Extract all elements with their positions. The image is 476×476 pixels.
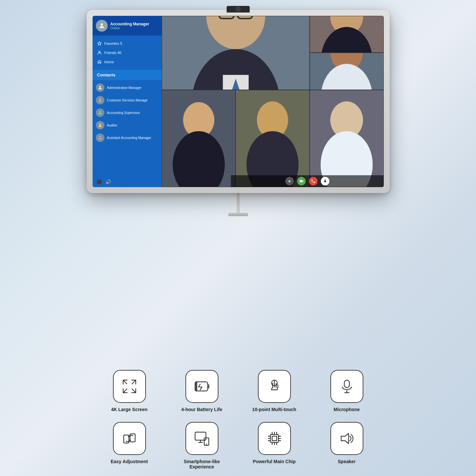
video-cell-bl: [162, 90, 236, 187]
feature-icon-box-chip: [258, 422, 291, 455]
profile-status: Online: [110, 26, 150, 30]
feature-icon-box-smartphone: [185, 422, 218, 455]
video-area: +: [162, 16, 384, 187]
feature-label-adjustment: Easy Adjustment: [111, 459, 148, 464]
chip-icon: [266, 430, 283, 447]
contact-avatar: [96, 133, 104, 142]
contact-user-icon: [98, 85, 103, 90]
svg-point-7: [99, 136, 101, 138]
features-row-2: Easy Adjustment Smartphone-like Experien…: [103, 422, 373, 469]
video-tr-bg: [310, 16, 383, 52]
video-toggle-button[interactable]: [297, 177, 306, 185]
contact-item[interactable]: Assistant Accounting Manager: [93, 131, 162, 144]
profile-name: Accounting Manager: [110, 22, 150, 26]
svg-point-2: [98, 51, 100, 53]
svg-line-42: [132, 389, 135, 393]
person-br-svg: [310, 90, 383, 187]
touch-icon: [266, 378, 283, 395]
contact-user-icon: [98, 98, 103, 103]
battery-icon: [193, 378, 210, 395]
video-bl-bg: [162, 90, 236, 187]
feature-label-speaker: Speaker: [338, 459, 355, 464]
person-mr-svg: [310, 53, 383, 89]
contact-item[interactable]: Auditor: [93, 119, 162, 131]
speaker-icon: [338, 430, 355, 447]
feature-icon-box-battery: [185, 370, 218, 403]
svg-point-4: [99, 98, 101, 100]
volume-icon[interactable]: 🔊: [105, 179, 111, 184]
svg-marker-72: [341, 433, 349, 443]
feature-label-smartphone: Smartphone-like Experience: [176, 459, 228, 469]
person-main-svg: [162, 16, 309, 90]
feature-label-multitouch: 10-point Multi-touch: [252, 407, 296, 412]
profile-area: Accounting Manager Online: [93, 16, 162, 36]
feature-battery: 4-hour Battery Life: [176, 370, 228, 412]
phone-icon: [311, 179, 316, 183]
video-cell-bm: [236, 90, 310, 187]
home-icon: [97, 60, 102, 64]
feature-icon-box-multitouch: [258, 370, 291, 403]
features-row-1: 4K Large Screen 4-hour Battery Life: [103, 370, 373, 412]
mute-button[interactable]: [321, 177, 329, 185]
video-icon: [299, 179, 304, 183]
contact-avatar: [96, 83, 104, 92]
sidebar-controls: ⬛ 🔊: [93, 177, 162, 187]
contact-item[interactable]: Accounting Supervisor: [93, 106, 162, 119]
nav-favorites[interactable]: Favorites 5: [93, 39, 162, 48]
monitor-wrapper: Accounting Manager Online Favorites 5 Fr…: [87, 10, 390, 216]
contact-user-icon: [98, 135, 103, 140]
contact-avatar: [96, 121, 104, 129]
video-bm-bg: [236, 90, 309, 187]
microphone-icon: [338, 378, 355, 395]
webcam-lens: [236, 7, 240, 12]
svg-point-3: [99, 86, 101, 88]
feature-label-battery: 4-hour Battery Life: [181, 407, 222, 412]
mic-icon: [323, 179, 327, 183]
feature-icon-box-4k: [113, 370, 146, 403]
features-section: 4K Large Screen 4-hour Battery Life: [0, 370, 476, 469]
nav-home[interactable]: Home: [93, 57, 162, 67]
profile-info: Accounting Manager Online: [110, 22, 150, 30]
person-bl-svg: [162, 90, 236, 187]
user-icon: [98, 22, 105, 29]
nav-friends[interactable]: Friends 46: [93, 48, 162, 57]
devices-icon: [193, 430, 210, 447]
svg-point-6: [99, 124, 101, 125]
sidebar: Accounting Manager Online Favorites 5 Fr…: [93, 16, 162, 187]
feature-icon-box-speaker: [330, 422, 363, 455]
person-icon: [97, 50, 102, 55]
feature-adjustment: Easy Adjustment: [103, 422, 156, 464]
contacts-header: Contacts: [93, 70, 162, 80]
screen-share-icon[interactable]: ⬛: [97, 179, 102, 184]
end-call-button[interactable]: [309, 177, 318, 185]
monitor-frame: Accounting Manager Online Favorites 5 Fr…: [87, 10, 390, 193]
feature-multitouch: 10-point Multi-touch: [248, 370, 301, 412]
contact-item[interactable]: Administrative Manager: [93, 81, 162, 94]
feature-4k-screen: 4K Large Screen: [103, 370, 156, 412]
feature-icon-box-microphone: [330, 370, 363, 403]
monitor-stand: [237, 193, 239, 213]
star-icon: [97, 41, 102, 46]
contact-item[interactable]: Customer Services Manage: [93, 94, 162, 106]
feature-label-chip: Powerful Main Chip: [253, 459, 296, 464]
feature-icon-box-adjustment: [113, 422, 146, 455]
feature-label-4k: 4K Large Screen: [111, 407, 148, 412]
svg-rect-59: [272, 436, 277, 441]
feature-smartphone: Smartphone-like Experience: [176, 422, 228, 469]
svg-rect-48: [344, 380, 350, 388]
feature-chip: Powerful Main Chip: [248, 422, 301, 464]
avatar: [96, 20, 108, 32]
person-bm-svg: [236, 90, 309, 187]
svg-line-40: [132, 380, 135, 384]
video-main-bg: [162, 16, 309, 90]
add-participant-button[interactable]: +: [285, 177, 294, 185]
feature-microphone: Microphone: [321, 370, 373, 412]
video-cell-mr: [310, 53, 384, 90]
contact-list: Administrative Manager Customer Services…: [93, 80, 162, 145]
sidebar-nav: Favorites 5 Friends 46 Home: [93, 36, 162, 70]
contact-avatar: [96, 108, 104, 117]
video-cell-tr: [310, 16, 384, 53]
monitor-base: [228, 213, 248, 216]
video-br-bg: [310, 90, 383, 187]
call-bar: +: [231, 175, 384, 187]
